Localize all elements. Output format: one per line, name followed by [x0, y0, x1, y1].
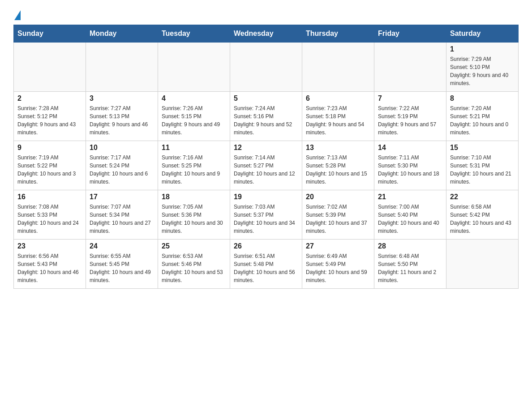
day-info: Daylight: 10 hours and 27 minutes.	[90, 219, 154, 235]
day-number: 13	[306, 144, 370, 152]
calendar-cell: 18Sunrise: 7:05 AMSunset: 5:36 PMDayligh…	[158, 190, 230, 239]
calendar-cell: 23Sunrise: 6:56 AMSunset: 5:43 PMDayligh…	[14, 239, 86, 288]
day-info: Daylight: 9 hours and 40 minutes.	[450, 71, 515, 87]
calendar-cell: 8Sunrise: 7:20 AMSunset: 5:21 PMDaylight…	[446, 91, 519, 141]
calendar-cell: 1Sunrise: 7:29 AMSunset: 5:10 PMDaylight…	[446, 42, 519, 91]
day-info: Sunset: 5:39 PM	[306, 211, 370, 219]
day-info: Daylight: 10 hours and 34 minutes.	[234, 219, 298, 235]
day-number: 5	[234, 94, 298, 103]
day-info: Daylight: 10 hours and 15 minutes.	[306, 170, 370, 186]
day-info: Sunrise: 7:13 AM	[306, 154, 370, 162]
day-info: Daylight: 9 hours and 57 minutes.	[378, 120, 442, 137]
day-info: Daylight: 10 hours and 0 minutes.	[450, 120, 515, 137]
day-info: Daylight: 10 hours and 43 minutes.	[450, 219, 515, 235]
day-info: Sunrise: 7:00 AM	[378, 203, 442, 211]
day-info: Sunrise: 6:48 AM	[378, 252, 442, 260]
day-number: 28	[378, 242, 442, 250]
logo-triangle-icon	[14, 10, 21, 20]
day-number: 21	[378, 193, 442, 201]
day-info: Daylight: 9 hours and 43 minutes.	[17, 120, 82, 137]
day-info: Sunset: 5:37 PM	[234, 211, 298, 219]
header-monday: Monday	[86, 25, 158, 42]
day-info: Sunrise: 7:05 AM	[162, 203, 226, 211]
calendar-week-2: 2Sunrise: 7:28 AMSunset: 5:12 PMDaylight…	[14, 91, 519, 141]
calendar-cell: 19Sunrise: 7:03 AMSunset: 5:37 PMDayligh…	[230, 190, 302, 239]
calendar-cell	[446, 239, 519, 288]
calendar-week-1: 1Sunrise: 7:29 AMSunset: 5:10 PMDaylight…	[14, 42, 519, 91]
calendar-week-5: 23Sunrise: 6:56 AMSunset: 5:43 PMDayligh…	[14, 239, 519, 288]
day-info: Sunset: 5:40 PM	[378, 211, 442, 219]
day-number: 1	[450, 45, 515, 53]
day-info: Sunset: 5:25 PM	[162, 162, 226, 170]
calendar-week-3: 9Sunrise: 7:19 AMSunset: 5:22 PMDaylight…	[14, 141, 519, 190]
day-info: Daylight: 10 hours and 30 minutes.	[162, 219, 226, 235]
day-info: Sunset: 5:36 PM	[162, 211, 226, 219]
day-info: Sunrise: 7:10 AM	[450, 154, 515, 162]
calendar-cell: 5Sunrise: 7:24 AMSunset: 5:16 PMDaylight…	[230, 91, 302, 141]
day-info: Sunrise: 7:11 AM	[378, 154, 442, 162]
day-number: 25	[162, 242, 226, 250]
day-info: Sunset: 5:27 PM	[234, 162, 298, 170]
day-info: Daylight: 10 hours and 46 minutes.	[17, 268, 82, 284]
calendar-cell: 6Sunrise: 7:23 AMSunset: 5:18 PMDaylight…	[302, 91, 374, 141]
day-number: 8	[450, 94, 515, 103]
day-number: 18	[162, 193, 226, 201]
calendar-cell	[86, 42, 158, 91]
day-number: 11	[162, 144, 226, 152]
day-number: 4	[162, 94, 226, 103]
calendar-cell: 4Sunrise: 7:26 AMSunset: 5:15 PMDaylight…	[158, 91, 230, 141]
day-number: 15	[450, 144, 515, 152]
day-number: 19	[234, 193, 298, 201]
calendar-cell: 24Sunrise: 6:55 AMSunset: 5:45 PMDayligh…	[86, 239, 158, 288]
calendar-cell: 22Sunrise: 6:58 AMSunset: 5:42 PMDayligh…	[446, 190, 519, 239]
calendar-cell: 28Sunrise: 6:48 AMSunset: 5:50 PMDayligh…	[374, 239, 446, 288]
day-info: Sunset: 5:19 PM	[378, 112, 442, 120]
calendar-cell: 21Sunrise: 7:00 AMSunset: 5:40 PMDayligh…	[374, 190, 446, 239]
day-info: Sunset: 5:12 PM	[17, 112, 82, 120]
page-header	[13, 9, 519, 20]
day-info: Daylight: 10 hours and 18 minutes.	[378, 170, 442, 186]
day-info: Sunrise: 7:22 AM	[378, 104, 442, 112]
calendar-cell: 11Sunrise: 7:16 AMSunset: 5:25 PMDayligh…	[158, 141, 230, 190]
calendar-cell	[14, 42, 86, 91]
day-info: Daylight: 10 hours and 12 minutes.	[234, 170, 298, 186]
day-info: Sunrise: 7:23 AM	[306, 104, 370, 112]
calendar-body: 1Sunrise: 7:29 AMSunset: 5:10 PMDaylight…	[14, 42, 519, 288]
day-info: Sunrise: 7:17 AM	[90, 154, 154, 162]
header-wednesday: Wednesday	[230, 25, 302, 42]
calendar-cell: 16Sunrise: 7:08 AMSunset: 5:33 PMDayligh…	[14, 190, 86, 239]
header-row: Sunday Monday Tuesday Wednesday Thursday…	[14, 25, 519, 42]
calendar-cell: 3Sunrise: 7:27 AMSunset: 5:13 PMDaylight…	[86, 91, 158, 141]
day-info: Sunrise: 7:29 AM	[450, 55, 515, 63]
day-info: Sunset: 5:24 PM	[90, 162, 154, 170]
day-number: 3	[90, 94, 154, 103]
day-info: Daylight: 10 hours and 40 minutes.	[378, 219, 442, 235]
day-info: Sunrise: 6:49 AM	[306, 252, 370, 260]
day-number: 2	[17, 94, 82, 103]
calendar-cell: 15Sunrise: 7:10 AMSunset: 5:31 PMDayligh…	[446, 141, 519, 190]
day-info: Daylight: 11 hours and 2 minutes.	[378, 268, 442, 284]
day-info: Daylight: 9 hours and 52 minutes.	[234, 120, 298, 137]
calendar-cell: 14Sunrise: 7:11 AMSunset: 5:30 PMDayligh…	[374, 141, 446, 190]
day-info: Sunset: 5:48 PM	[234, 260, 298, 268]
day-info: Sunset: 5:43 PM	[17, 260, 82, 268]
calendar-cell: 25Sunrise: 6:53 AMSunset: 5:46 PMDayligh…	[158, 239, 230, 288]
day-number: 12	[234, 144, 298, 152]
day-info: Sunset: 5:49 PM	[306, 260, 370, 268]
calendar-cell: 10Sunrise: 7:17 AMSunset: 5:24 PMDayligh…	[86, 141, 158, 190]
day-info: Daylight: 10 hours and 49 minutes.	[90, 268, 154, 284]
day-info: Sunrise: 7:16 AM	[162, 154, 226, 162]
logo	[13, 9, 21, 20]
header-thursday: Thursday	[302, 25, 374, 42]
day-info: Sunset: 5:13 PM	[90, 112, 154, 120]
calendar-cell: 12Sunrise: 7:14 AMSunset: 5:27 PMDayligh…	[230, 141, 302, 190]
day-info: Sunset: 5:34 PM	[90, 211, 154, 219]
calendar-cell: 26Sunrise: 6:51 AMSunset: 5:48 PMDayligh…	[230, 239, 302, 288]
day-info: Daylight: 9 hours and 46 minutes.	[90, 120, 154, 137]
day-info: Sunrise: 6:51 AM	[234, 252, 298, 260]
calendar-cell	[158, 42, 230, 91]
day-number: 16	[17, 193, 82, 201]
day-info: Sunrise: 6:56 AM	[17, 252, 82, 260]
day-info: Sunset: 5:18 PM	[306, 112, 370, 120]
calendar-cell: 27Sunrise: 6:49 AMSunset: 5:49 PMDayligh…	[302, 239, 374, 288]
